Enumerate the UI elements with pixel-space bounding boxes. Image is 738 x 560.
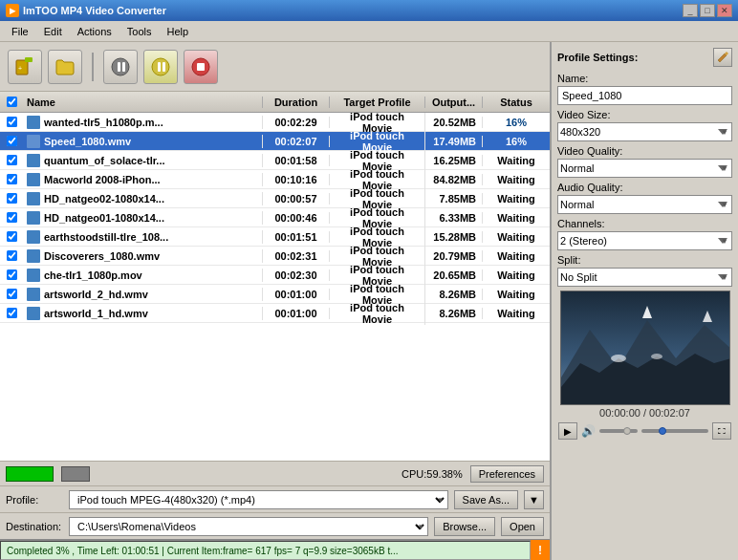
pause-all-button[interactable] — [143, 50, 178, 84]
stop-all-button[interactable] — [184, 50, 218, 84]
profile-edit-button[interactable] — [713, 48, 732, 67]
save-as-button[interactable]: Save As... — [454, 490, 519, 509]
titlebar-title: ImTOO MP4 Video Converter — [23, 5, 166, 16]
table-row[interactable]: Macworld 2008-iPhon... 00:10:16 iPod tou… — [0, 170, 550, 189]
file-duration: 00:02:29 — [263, 117, 330, 128]
file-checkbox[interactable] — [6, 174, 16, 184]
add-folder-button[interactable] — [48, 50, 82, 84]
file-checkbox[interactable] — [6, 136, 16, 146]
video-quality-label: Video Quality: — [557, 145, 732, 157]
name-input[interactable] — [557, 86, 732, 105]
file-output: 8.26MB — [425, 308, 483, 319]
file-output: 20.79MB — [425, 250, 483, 262]
table-row[interactable]: HD_natgeo02-1080x14... 00:00:57 iPod tou… — [0, 189, 550, 208]
name-field-group: Name: — [557, 73, 732, 105]
encode-button[interactable] — [103, 50, 138, 84]
open-button[interactable]: Open — [501, 517, 544, 536]
row-check[interactable] — [0, 269, 23, 281]
row-check[interactable] — [0, 230, 23, 243]
file-duration: 00:01:58 — [263, 155, 330, 166]
file-checkbox[interactable] — [6, 231, 16, 242]
video-quality-select[interactable]: Normal Low High Very High — [557, 159, 732, 178]
file-duration: 00:00:57 — [263, 193, 330, 205]
video-size-select[interactable]: 480x320 320x240 640x480 1280x720 — [557, 122, 732, 141]
row-check[interactable] — [0, 135, 23, 147]
table-row[interactable]: wanted-tlr5_h1080p.m... 00:02:29 iPod to… — [0, 113, 550, 132]
menu-actions[interactable]: Actions — [70, 24, 119, 39]
maximize-button[interactable]: □ — [700, 4, 715, 17]
row-check[interactable] — [0, 173, 23, 185]
profile-settings-title: Profile Settings: — [557, 52, 638, 63]
table-row[interactable]: che-tlr1_1080p.mov 00:02:30 iPod touch M… — [0, 266, 550, 285]
video-size-field-group: Video Size: 480x320 320x240 640x480 1280… — [557, 109, 732, 141]
file-checkbox[interactable] — [6, 117, 16, 127]
svg-rect-1 — [25, 57, 33, 62]
minimize-button[interactable]: _ — [683, 4, 698, 17]
select-all-checkbox[interactable] — [6, 97, 16, 107]
file-checkbox[interactable] — [6, 193, 16, 204]
file-checkbox[interactable] — [6, 289, 16, 299]
audio-quality-select[interactable]: Normal Low High — [557, 195, 732, 214]
add-file-button[interactable]: + — [8, 50, 42, 84]
statusbar: Completed 3% , Time Left: 01:00:51 | Cur… — [0, 539, 550, 560]
titlebar-controls[interactable]: _ □ ✕ — [683, 4, 732, 17]
file-checkbox[interactable] — [6, 269, 16, 280]
volume-slider[interactable] — [599, 427, 638, 435]
table-row[interactable]: artsworld_2_hd.wmv 00:01:00 iPod touch M… — [0, 285, 550, 304]
split-select[interactable]: No Split Split by Size Split by Time — [557, 268, 732, 287]
seek-bar[interactable] — [641, 427, 708, 435]
browse-button[interactable]: Browse... — [434, 517, 495, 536]
profile-arrow-button[interactable]: ▼ — [524, 490, 544, 509]
file-status: Waiting — [483, 289, 550, 300]
header-check[interactable] — [0, 96, 23, 108]
destination-select[interactable]: C:\Users\Romena\Videos — [69, 517, 428, 536]
channels-select[interactable]: 2 (Stereo) 1 (Mono) — [557, 231, 732, 250]
channels-label: Channels: — [557, 218, 732, 229]
table-row[interactable]: artsworld_1_hd.wmv 00:01:00 iPod touch M… — [0, 304, 550, 323]
main-container: + Name Duration Target Profile — [0, 42, 738, 560]
table-row[interactable]: Speed_1080.wmv 00:02:07 iPod touch Movie… — [0, 132, 550, 151]
file-list: wanted-tlr5_h1080p.m... 00:02:29 iPod to… — [0, 113, 550, 461]
file-checkbox[interactable] — [6, 250, 16, 261]
file-name: Macworld 2008-iPhon... — [23, 173, 263, 186]
table-row[interactable]: earthstoodstill-tlre_108... 00:01:51 iPo… — [0, 227, 550, 247]
file-output: 20.65MB — [425, 269, 483, 281]
row-check[interactable] — [0, 192, 23, 205]
table-row[interactable]: quantum_of_solace-tlr... 00:01:58 iPod t… — [0, 151, 550, 170]
menubar: File Edit Actions Tools Help — [0, 21, 738, 42]
menu-edit[interactable]: Edit — [36, 24, 70, 39]
file-status: 16% — [483, 117, 550, 128]
row-check[interactable] — [0, 249, 23, 262]
file-name: artsworld_1_hd.wmv — [23, 307, 263, 320]
file-checkbox[interactable] — [6, 212, 16, 223]
play-button[interactable]: ▶ — [558, 422, 577, 440]
row-check[interactable] — [0, 211, 23, 224]
row-check[interactable] — [0, 307, 23, 319]
preferences-button[interactable]: Preferences — [470, 465, 544, 483]
audio-quality-field-group: Audio Quality: Normal Low High — [557, 182, 732, 214]
file-checkbox[interactable] — [6, 308, 16, 318]
destination-row: Destination: C:\Users\Romena\Videos Brow… — [0, 512, 550, 539]
file-status: Waiting — [483, 155, 550, 166]
profile-select[interactable]: iPod touch MPEG-4(480x320) (*.mp4) — [69, 490, 448, 509]
row-check[interactable] — [0, 288, 23, 300]
row-check[interactable] — [0, 154, 23, 166]
header-duration: Duration — [263, 97, 330, 108]
menu-tools[interactable]: Tools — [119, 24, 160, 39]
menu-help[interactable]: Help — [159, 24, 196, 39]
file-output: 15.28MB — [425, 231, 483, 243]
file-duration: 00:02:30 — [263, 269, 330, 281]
menu-file[interactable]: File — [4, 24, 36, 39]
split-label: Split: — [557, 254, 732, 266]
statusbar-warning-icon[interactable]: ! — [531, 540, 550, 560]
file-checkbox[interactable] — [6, 155, 16, 165]
file-duration: 00:02:07 — [263, 136, 330, 147]
table-row[interactable]: HD_natgeo01-1080x14... 00:00:46 iPod tou… — [0, 208, 550, 227]
close-button[interactable]: ✕ — [717, 4, 732, 17]
volume-icon[interactable]: 🔊 — [581, 424, 596, 438]
fullscreen-button[interactable]: ⛶ — [712, 422, 731, 440]
table-row[interactable]: Discoverers_1080.wmv 00:02:31 iPod touch… — [0, 247, 550, 266]
file-name: Discoverers_1080.wmv — [23, 249, 263, 263]
row-check[interactable] — [0, 116, 23, 128]
preview-image — [560, 291, 730, 405]
